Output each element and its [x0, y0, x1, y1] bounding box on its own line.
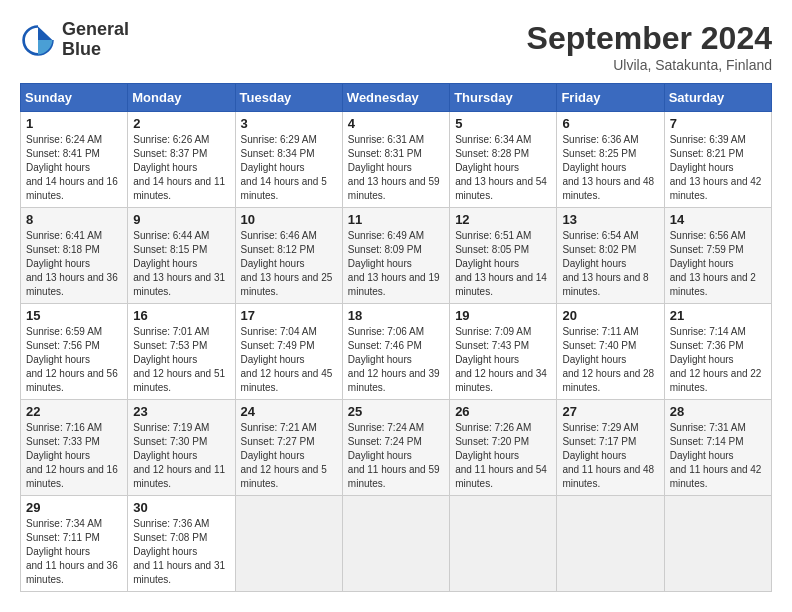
calendar-cell: 17 Sunrise: 7:04 AM Sunset: 7:49 PM Dayl… — [235, 304, 342, 400]
col-sunday: Sunday — [21, 84, 128, 112]
day-info: Sunrise: 7:01 AM Sunset: 7:53 PM Dayligh… — [133, 325, 229, 395]
calendar-cell: 3 Sunrise: 6:29 AM Sunset: 8:34 PM Dayli… — [235, 112, 342, 208]
day-info: Sunrise: 7:06 AM Sunset: 7:46 PM Dayligh… — [348, 325, 444, 395]
location-title: Ulvila, Satakunta, Finland — [527, 57, 772, 73]
calendar-cell: 24 Sunrise: 7:21 AM Sunset: 7:27 PM Dayl… — [235, 400, 342, 496]
day-number: 15 — [26, 308, 122, 323]
day-number: 24 — [241, 404, 337, 419]
day-number: 16 — [133, 308, 229, 323]
calendar-cell: 18 Sunrise: 7:06 AM Sunset: 7:46 PM Dayl… — [342, 304, 449, 400]
day-info: Sunrise: 6:34 AM Sunset: 8:28 PM Dayligh… — [455, 133, 551, 203]
calendar-cell: 7 Sunrise: 6:39 AM Sunset: 8:21 PM Dayli… — [664, 112, 771, 208]
day-info: Sunrise: 6:59 AM Sunset: 7:56 PM Dayligh… — [26, 325, 122, 395]
day-number: 18 — [348, 308, 444, 323]
day-number: 28 — [670, 404, 766, 419]
calendar-week-0: 1 Sunrise: 6:24 AM Sunset: 8:41 PM Dayli… — [21, 112, 772, 208]
day-info: Sunrise: 7:09 AM Sunset: 7:43 PM Dayligh… — [455, 325, 551, 395]
day-info: Sunrise: 6:56 AM Sunset: 7:59 PM Dayligh… — [670, 229, 766, 299]
logo-text: GeneralBlue — [62, 20, 129, 60]
page-header: GeneralBlue September 2024 Ulvila, Satak… — [20, 20, 772, 73]
day-number: 29 — [26, 500, 122, 515]
logo-line1: General — [62, 19, 129, 39]
day-number: 27 — [562, 404, 658, 419]
calendar-cell: 23 Sunrise: 7:19 AM Sunset: 7:30 PM Dayl… — [128, 400, 235, 496]
day-info: Sunrise: 7:16 AM Sunset: 7:33 PM Dayligh… — [26, 421, 122, 491]
calendar-cell: 30 Sunrise: 7:36 AM Sunset: 7:08 PM Dayl… — [128, 496, 235, 592]
logo-icon — [20, 22, 56, 58]
col-wednesday: Wednesday — [342, 84, 449, 112]
calendar-cell: 1 Sunrise: 6:24 AM Sunset: 8:41 PM Dayli… — [21, 112, 128, 208]
day-info: Sunrise: 7:11 AM Sunset: 7:40 PM Dayligh… — [562, 325, 658, 395]
calendar-cell: 8 Sunrise: 6:41 AM Sunset: 8:18 PM Dayli… — [21, 208, 128, 304]
calendar-table: Sunday Monday Tuesday Wednesday Thursday… — [20, 83, 772, 592]
day-info: Sunrise: 6:31 AM Sunset: 8:31 PM Dayligh… — [348, 133, 444, 203]
calendar-cell: 19 Sunrise: 7:09 AM Sunset: 7:43 PM Dayl… — [450, 304, 557, 400]
day-info: Sunrise: 7:19 AM Sunset: 7:30 PM Dayligh… — [133, 421, 229, 491]
calendar-cell: 26 Sunrise: 7:26 AM Sunset: 7:20 PM Dayl… — [450, 400, 557, 496]
day-number: 25 — [348, 404, 444, 419]
day-number: 23 — [133, 404, 229, 419]
col-friday: Friday — [557, 84, 664, 112]
day-number: 7 — [670, 116, 766, 131]
calendar-cell: 10 Sunrise: 6:46 AM Sunset: 8:12 PM Dayl… — [235, 208, 342, 304]
day-info: Sunrise: 6:46 AM Sunset: 8:12 PM Dayligh… — [241, 229, 337, 299]
col-tuesday: Tuesday — [235, 84, 342, 112]
logo-line2: Blue — [62, 39, 101, 59]
calendar-cell: 11 Sunrise: 6:49 AM Sunset: 8:09 PM Dayl… — [342, 208, 449, 304]
day-number: 19 — [455, 308, 551, 323]
calendar-cell — [664, 496, 771, 592]
calendar-cell — [450, 496, 557, 592]
day-number: 10 — [241, 212, 337, 227]
calendar-cell: 28 Sunrise: 7:31 AM Sunset: 7:14 PM Dayl… — [664, 400, 771, 496]
calendar-week-3: 22 Sunrise: 7:16 AM Sunset: 7:33 PM Dayl… — [21, 400, 772, 496]
day-info: Sunrise: 6:54 AM Sunset: 8:02 PM Dayligh… — [562, 229, 658, 299]
day-number: 17 — [241, 308, 337, 323]
day-info: Sunrise: 7:36 AM Sunset: 7:08 PM Dayligh… — [133, 517, 229, 587]
col-monday: Monday — [128, 84, 235, 112]
day-number: 5 — [455, 116, 551, 131]
header-row: Sunday Monday Tuesday Wednesday Thursday… — [21, 84, 772, 112]
calendar-cell — [342, 496, 449, 592]
day-info: Sunrise: 7:14 AM Sunset: 7:36 PM Dayligh… — [670, 325, 766, 395]
day-number: 12 — [455, 212, 551, 227]
day-info: Sunrise: 7:26 AM Sunset: 7:20 PM Dayligh… — [455, 421, 551, 491]
calendar-week-1: 8 Sunrise: 6:41 AM Sunset: 8:18 PM Dayli… — [21, 208, 772, 304]
calendar-cell: 21 Sunrise: 7:14 AM Sunset: 7:36 PM Dayl… — [664, 304, 771, 400]
day-info: Sunrise: 6:24 AM Sunset: 8:41 PM Dayligh… — [26, 133, 122, 203]
day-info: Sunrise: 6:41 AM Sunset: 8:18 PM Dayligh… — [26, 229, 122, 299]
day-number: 6 — [562, 116, 658, 131]
day-info: Sunrise: 7:31 AM Sunset: 7:14 PM Dayligh… — [670, 421, 766, 491]
calendar-cell: 16 Sunrise: 7:01 AM Sunset: 7:53 PM Dayl… — [128, 304, 235, 400]
calendar-header: Sunday Monday Tuesday Wednesday Thursday… — [21, 84, 772, 112]
calendar-cell: 9 Sunrise: 6:44 AM Sunset: 8:15 PM Dayli… — [128, 208, 235, 304]
day-info: Sunrise: 6:36 AM Sunset: 8:25 PM Dayligh… — [562, 133, 658, 203]
day-number: 11 — [348, 212, 444, 227]
calendar-cell: 12 Sunrise: 6:51 AM Sunset: 8:05 PM Dayl… — [450, 208, 557, 304]
calendar-cell: 22 Sunrise: 7:16 AM Sunset: 7:33 PM Dayl… — [21, 400, 128, 496]
day-number: 26 — [455, 404, 551, 419]
calendar-week-2: 15 Sunrise: 6:59 AM Sunset: 7:56 PM Dayl… — [21, 304, 772, 400]
day-number: 14 — [670, 212, 766, 227]
day-info: Sunrise: 7:24 AM Sunset: 7:24 PM Dayligh… — [348, 421, 444, 491]
calendar-cell: 4 Sunrise: 6:31 AM Sunset: 8:31 PM Dayli… — [342, 112, 449, 208]
day-number: 22 — [26, 404, 122, 419]
day-number: 21 — [670, 308, 766, 323]
day-info: Sunrise: 6:51 AM Sunset: 8:05 PM Dayligh… — [455, 229, 551, 299]
col-saturday: Saturday — [664, 84, 771, 112]
day-number: 9 — [133, 212, 229, 227]
day-info: Sunrise: 6:44 AM Sunset: 8:15 PM Dayligh… — [133, 229, 229, 299]
title-section: September 2024 Ulvila, Satakunta, Finlan… — [527, 20, 772, 73]
calendar-cell: 13 Sunrise: 6:54 AM Sunset: 8:02 PM Dayl… — [557, 208, 664, 304]
month-title: September 2024 — [527, 20, 772, 57]
calendar-cell: 6 Sunrise: 6:36 AM Sunset: 8:25 PM Dayli… — [557, 112, 664, 208]
calendar-cell: 15 Sunrise: 6:59 AM Sunset: 7:56 PM Dayl… — [21, 304, 128, 400]
calendar-cell: 25 Sunrise: 7:24 AM Sunset: 7:24 PM Dayl… — [342, 400, 449, 496]
day-number: 30 — [133, 500, 229, 515]
day-number: 3 — [241, 116, 337, 131]
calendar-cell — [557, 496, 664, 592]
calendar-cell: 5 Sunrise: 6:34 AM Sunset: 8:28 PM Dayli… — [450, 112, 557, 208]
day-info: Sunrise: 7:21 AM Sunset: 7:27 PM Dayligh… — [241, 421, 337, 491]
calendar-cell: 27 Sunrise: 7:29 AM Sunset: 7:17 PM Dayl… — [557, 400, 664, 496]
day-info: Sunrise: 7:34 AM Sunset: 7:11 PM Dayligh… — [26, 517, 122, 587]
calendar-cell: 14 Sunrise: 6:56 AM Sunset: 7:59 PM Dayl… — [664, 208, 771, 304]
